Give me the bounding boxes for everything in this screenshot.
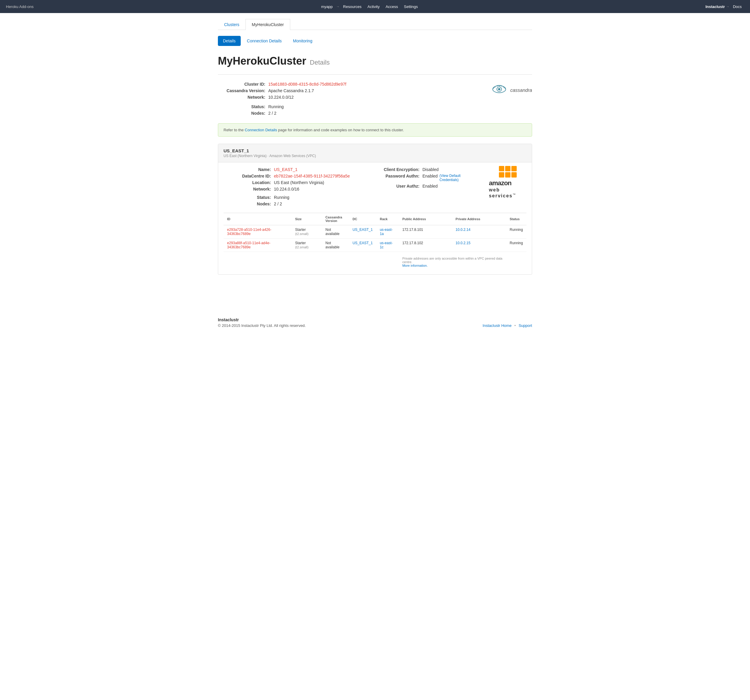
dc-id-value[interactable]: eb7822ae-154f-4385-911f-342279f56a5e: [274, 173, 350, 178]
network-value: 10.224.0.0/12: [268, 95, 294, 100]
cluster-id-row: Cluster ID: 15a61883-d088-4315-8c8d-75d8…: [218, 82, 372, 86]
dc-name-value[interactable]: US_EAST_1: [274, 167, 297, 172]
footer-copyright: © 2014-2015 Instaclustr Pty Ltd. All rig…: [218, 323, 306, 328]
col-dc: DC: [349, 213, 376, 225]
aws-cube-6: [511, 172, 517, 178]
connection-details-link[interactable]: Connection Details: [245, 128, 277, 132]
vpc-note-content: Private addresses are only accessible fr…: [402, 256, 503, 264]
vpc-note-status-empty: [506, 252, 527, 270]
node-2-rack-link[interactable]: us-east-1c: [380, 241, 392, 249]
nav-docs[interactable]: Docs: [730, 3, 744, 10]
password-authn-label: Password Authn:: [378, 173, 420, 182]
node-2-dc: US_EAST_1: [349, 239, 376, 252]
nav-resources[interactable]: Resources: [341, 3, 364, 10]
dc-region-provider: US East (Northern Virginia) · Amazon Web…: [223, 154, 527, 158]
nodes-table: ID Size CassandraVersion DC Rack Public …: [223, 213, 527, 270]
view-credentials-link[interactable]: (View Default Credentials): [440, 173, 474, 182]
cassandra-version-value: Apache Cassandra 2.1.7: [268, 88, 314, 93]
aws-logo: amazon web services™: [489, 166, 527, 198]
dc-provider: Amazon Web Services (VPC): [269, 154, 316, 158]
dc-status-value: Running: [274, 195, 289, 200]
cassandra-text: cassandra: [510, 88, 532, 93]
dc-nodes-value: 2 / 2: [274, 201, 282, 206]
vpc-note-empty: [223, 252, 399, 270]
dc-right: Client Encryption: Disabled Password Aut…: [378, 167, 527, 198]
nodes-table-body: e293a728-a510-11e4-a426-34363bc7689e Sta…: [223, 225, 527, 270]
node-1-id-link[interactable]: e293a728-a510-11e4-a426-34363bc7689e: [227, 227, 271, 236]
cluster-id-value[interactable]: 15a61883-d088-4315-8c8d-75d862d9e97f: [268, 82, 346, 86]
node-1-cassandra: Not available: [322, 225, 349, 239]
dc-location-label: Location:: [223, 180, 271, 185]
aws-cube-2: [505, 166, 510, 171]
node-1-size-label: Starter: [295, 227, 306, 232]
node-2-dc-link[interactable]: US_EAST_1: [352, 241, 373, 245]
info-text-before: Refer to the: [223, 128, 245, 132]
dc-network-label: Network:: [223, 187, 271, 192]
dc-nodes-label: Nodes:: [223, 201, 271, 206]
user-authz-row: User Authz: Enabled: [378, 184, 474, 189]
table-row: e293a88f-a510-11e4-ad4e-34363bc7689e Sta…: [223, 239, 527, 252]
node-1-public: 172.17.8.101: [399, 225, 452, 239]
nodes-value: 2 / 2: [268, 111, 276, 115]
node-2-id: e293a88f-a510-11e4-ad4e-34363bc7689e: [223, 239, 291, 252]
dc-name-row: Name: US_EAST_1: [223, 167, 372, 172]
instaclustr-brand: Instaclustr: [705, 5, 725, 9]
nav-access[interactable]: Access: [383, 3, 401, 10]
cluster-details-right: cassandra: [378, 82, 532, 117]
dc-network-row: Network: 10.224.0.0/16: [223, 187, 372, 192]
nav-activity[interactable]: Activity: [365, 3, 382, 10]
dc-name-label: Name:: [223, 167, 271, 172]
node-2-id-link[interactable]: e293a88f-a510-11e4-ad4e-34363bc7689e: [227, 241, 270, 249]
node-2-private-link[interactable]: 10.0.2.15: [456, 241, 470, 245]
col-size: Size: [291, 213, 322, 225]
client-encryption-value: Disabled: [423, 167, 438, 172]
dc-name: US_EAST_1: [223, 148, 527, 153]
tab-clusters[interactable]: Clusters: [218, 19, 246, 30]
tab-details[interactable]: Details: [218, 36, 241, 46]
status-value: Running: [268, 104, 284, 109]
nav-settings[interactable]: Settings: [402, 3, 420, 10]
node-1-dc-link[interactable]: US_EAST_1: [352, 227, 373, 232]
heading-divider: [218, 74, 532, 75]
dc-nodes-row: Nodes: 2 / 2: [223, 201, 372, 206]
more-info-link[interactable]: More information.: [402, 264, 428, 267]
network-label: Network:: [218, 95, 265, 100]
col-rack: Rack: [376, 213, 399, 225]
vpc-note-text: Private addresses are only accessible fr…: [402, 256, 503, 267]
password-authn-value: Enabled: [423, 173, 438, 182]
top-nav: Heroku Add-ons myapp → Resources Activit…: [0, 0, 750, 13]
node-1-status: Running: [506, 225, 527, 239]
footer-brand: Instaclustr: [218, 318, 306, 322]
nav-myapp[interactable]: myapp: [319, 3, 335, 10]
cassandra-eye-icon: [492, 85, 507, 96]
cluster-details-left: Cluster ID: 15a61883-d088-4315-8c8d-75d8…: [218, 82, 372, 117]
tab-myherokuluster[interactable]: MyHerokuCluster: [246, 19, 290, 30]
footer-home-link[interactable]: Instaclustr Home: [483, 323, 512, 328]
node-2-cassandra: Not available: [322, 239, 349, 252]
aws-cube-1: [499, 166, 504, 171]
col-private-address: Private Address: [452, 213, 506, 225]
aws-cube-3: [511, 166, 517, 171]
col-status: Status: [506, 213, 527, 225]
client-encryption-label: Client Encryption:: [378, 167, 420, 172]
dc-left: Name: US_EAST_1 DataCentre ID: eb7822ae-…: [223, 167, 372, 208]
nodes-table-head: ID Size CassandraVersion DC Rack Public …: [223, 213, 527, 225]
tab-monitoring[interactable]: Monitoring: [288, 36, 317, 46]
dc-network-value: 10.224.0.0/16: [274, 187, 300, 192]
col-public-address: Public Address: [399, 213, 452, 225]
node-1-dc: US_EAST_1: [349, 225, 376, 239]
nav-center: myapp → Resources Activity Access Settin…: [319, 3, 420, 10]
node-1-id: e293a728-a510-11e4-a426-34363bc7689e: [223, 225, 291, 239]
node-1-rack-link[interactable]: us-east-1a: [380, 227, 392, 236]
nodes-row: Nodes: 2 / 2: [218, 111, 372, 115]
outer-tabs: Clusters MyHerokuCluster: [218, 19, 532, 30]
dc-id-row: DataCentre ID: eb7822ae-154f-4385-911f-3…: [223, 173, 372, 178]
node-1-private-link[interactable]: 10.0.2.14: [456, 227, 470, 232]
dc-region: US East (Northern Virginia): [223, 154, 266, 158]
tab-connection-details[interactable]: Connection Details: [242, 36, 287, 46]
footer-right: Instaclustr Home • Support: [483, 323, 532, 328]
node-1-private: 10.0.2.14: [452, 225, 506, 239]
cluster-body: Name: US_EAST_1 DataCentre ID: eb7822ae-…: [218, 163, 532, 275]
footer-support-link[interactable]: Support: [518, 323, 532, 328]
table-row: e293a728-a510-11e4-a426-34363bc7689e Sta…: [223, 225, 527, 239]
